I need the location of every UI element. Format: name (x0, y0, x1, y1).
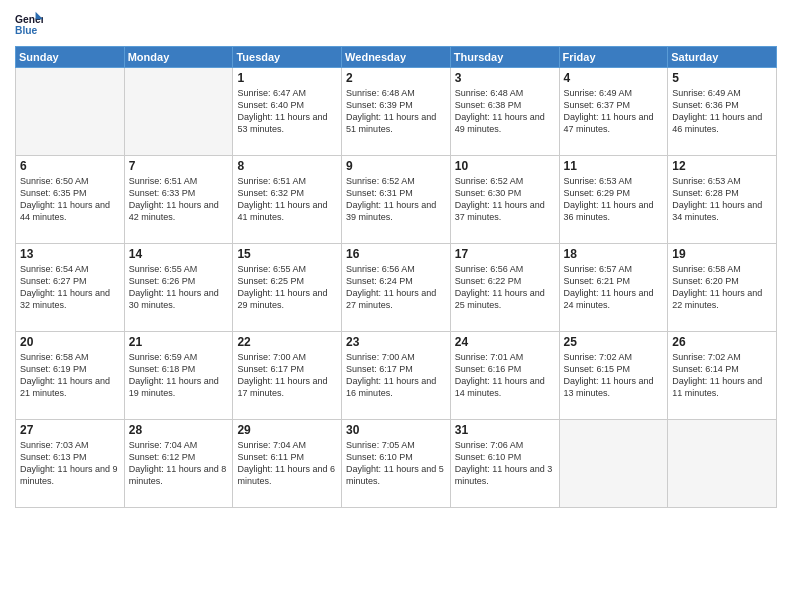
calendar-cell: 27Sunrise: 7:03 AMSunset: 6:13 PMDayligh… (16, 420, 125, 508)
day-number: 14 (129, 247, 229, 261)
cell-info: Sunrise: 7:01 AMSunset: 6:16 PMDaylight:… (455, 351, 555, 400)
calendar-cell: 15Sunrise: 6:55 AMSunset: 6:25 PMDayligh… (233, 244, 342, 332)
calendar-cell: 3Sunrise: 6:48 AMSunset: 6:38 PMDaylight… (450, 68, 559, 156)
day-number: 11 (564, 159, 664, 173)
cell-info: Sunrise: 6:49 AMSunset: 6:36 PMDaylight:… (672, 87, 772, 136)
day-number: 10 (455, 159, 555, 173)
calendar-cell: 8Sunrise: 6:51 AMSunset: 6:32 PMDaylight… (233, 156, 342, 244)
calendar-cell: 28Sunrise: 7:04 AMSunset: 6:12 PMDayligh… (124, 420, 233, 508)
calendar-cell: 23Sunrise: 7:00 AMSunset: 6:17 PMDayligh… (342, 332, 451, 420)
logo-icon: General Blue (15, 10, 43, 38)
day-number: 30 (346, 423, 446, 437)
day-number: 28 (129, 423, 229, 437)
cell-info: Sunrise: 7:04 AMSunset: 6:11 PMDaylight:… (237, 439, 337, 488)
calendar-cell (668, 420, 777, 508)
cell-info: Sunrise: 6:53 AMSunset: 6:29 PMDaylight:… (564, 175, 664, 224)
cell-info: Sunrise: 6:55 AMSunset: 6:26 PMDaylight:… (129, 263, 229, 312)
calendar-cell: 13Sunrise: 6:54 AMSunset: 6:27 PMDayligh… (16, 244, 125, 332)
calendar-cell (559, 420, 668, 508)
calendar-cell: 10Sunrise: 6:52 AMSunset: 6:30 PMDayligh… (450, 156, 559, 244)
calendar-cell: 12Sunrise: 6:53 AMSunset: 6:28 PMDayligh… (668, 156, 777, 244)
cell-info: Sunrise: 6:52 AMSunset: 6:31 PMDaylight:… (346, 175, 446, 224)
cell-info: Sunrise: 6:57 AMSunset: 6:21 PMDaylight:… (564, 263, 664, 312)
calendar-cell: 26Sunrise: 7:02 AMSunset: 6:14 PMDayligh… (668, 332, 777, 420)
day-number: 5 (672, 71, 772, 85)
calendar-cell: 30Sunrise: 7:05 AMSunset: 6:10 PMDayligh… (342, 420, 451, 508)
cell-info: Sunrise: 6:58 AMSunset: 6:20 PMDaylight:… (672, 263, 772, 312)
day-number: 1 (237, 71, 337, 85)
cell-info: Sunrise: 7:02 AMSunset: 6:15 PMDaylight:… (564, 351, 664, 400)
cell-info: Sunrise: 6:55 AMSunset: 6:25 PMDaylight:… (237, 263, 337, 312)
day-header-wednesday: Wednesday (342, 47, 451, 68)
calendar-cell: 2Sunrise: 6:48 AMSunset: 6:39 PMDaylight… (342, 68, 451, 156)
day-number: 20 (20, 335, 120, 349)
cell-info: Sunrise: 6:56 AMSunset: 6:22 PMDaylight:… (455, 263, 555, 312)
cell-info: Sunrise: 6:47 AMSunset: 6:40 PMDaylight:… (237, 87, 337, 136)
cell-info: Sunrise: 7:02 AMSunset: 6:14 PMDaylight:… (672, 351, 772, 400)
calendar-cell: 18Sunrise: 6:57 AMSunset: 6:21 PMDayligh… (559, 244, 668, 332)
cell-info: Sunrise: 6:54 AMSunset: 6:27 PMDaylight:… (20, 263, 120, 312)
day-header-saturday: Saturday (668, 47, 777, 68)
day-number: 23 (346, 335, 446, 349)
calendar-cell: 5Sunrise: 6:49 AMSunset: 6:36 PMDaylight… (668, 68, 777, 156)
cell-info: Sunrise: 7:04 AMSunset: 6:12 PMDaylight:… (129, 439, 229, 488)
day-number: 3 (455, 71, 555, 85)
calendar-cell: 14Sunrise: 6:55 AMSunset: 6:26 PMDayligh… (124, 244, 233, 332)
calendar-cell: 24Sunrise: 7:01 AMSunset: 6:16 PMDayligh… (450, 332, 559, 420)
day-number: 7 (129, 159, 229, 173)
day-number: 2 (346, 71, 446, 85)
calendar-cell: 4Sunrise: 6:49 AMSunset: 6:37 PMDaylight… (559, 68, 668, 156)
day-number: 6 (20, 159, 120, 173)
calendar-cell: 1Sunrise: 6:47 AMSunset: 6:40 PMDaylight… (233, 68, 342, 156)
calendar-week-2: 6Sunrise: 6:50 AMSunset: 6:35 PMDaylight… (16, 156, 777, 244)
day-header-sunday: Sunday (16, 47, 125, 68)
day-header-tuesday: Tuesday (233, 47, 342, 68)
page-header: General Blue (15, 10, 777, 38)
day-number: 8 (237, 159, 337, 173)
calendar-cell: 29Sunrise: 7:04 AMSunset: 6:11 PMDayligh… (233, 420, 342, 508)
calendar-header-row: SundayMondayTuesdayWednesdayThursdayFrid… (16, 47, 777, 68)
day-number: 9 (346, 159, 446, 173)
cell-info: Sunrise: 6:59 AMSunset: 6:18 PMDaylight:… (129, 351, 229, 400)
day-header-friday: Friday (559, 47, 668, 68)
calendar-cell: 11Sunrise: 6:53 AMSunset: 6:29 PMDayligh… (559, 156, 668, 244)
cell-info: Sunrise: 6:50 AMSunset: 6:35 PMDaylight:… (20, 175, 120, 224)
calendar-cell (124, 68, 233, 156)
day-number: 4 (564, 71, 664, 85)
cell-info: Sunrise: 6:49 AMSunset: 6:37 PMDaylight:… (564, 87, 664, 136)
calendar-cell: 16Sunrise: 6:56 AMSunset: 6:24 PMDayligh… (342, 244, 451, 332)
cell-info: Sunrise: 6:48 AMSunset: 6:39 PMDaylight:… (346, 87, 446, 136)
calendar-week-3: 13Sunrise: 6:54 AMSunset: 6:27 PMDayligh… (16, 244, 777, 332)
calendar-week-4: 20Sunrise: 6:58 AMSunset: 6:19 PMDayligh… (16, 332, 777, 420)
calendar-cell: 25Sunrise: 7:02 AMSunset: 6:15 PMDayligh… (559, 332, 668, 420)
day-number: 27 (20, 423, 120, 437)
cell-info: Sunrise: 6:48 AMSunset: 6:38 PMDaylight:… (455, 87, 555, 136)
day-number: 31 (455, 423, 555, 437)
calendar-table: SundayMondayTuesdayWednesdayThursdayFrid… (15, 46, 777, 508)
day-number: 22 (237, 335, 337, 349)
day-number: 17 (455, 247, 555, 261)
day-header-monday: Monday (124, 47, 233, 68)
day-number: 29 (237, 423, 337, 437)
cell-info: Sunrise: 7:06 AMSunset: 6:10 PMDaylight:… (455, 439, 555, 488)
cell-info: Sunrise: 6:58 AMSunset: 6:19 PMDaylight:… (20, 351, 120, 400)
calendar-cell: 21Sunrise: 6:59 AMSunset: 6:18 PMDayligh… (124, 332, 233, 420)
day-number: 16 (346, 247, 446, 261)
cell-info: Sunrise: 7:00 AMSunset: 6:17 PMDaylight:… (346, 351, 446, 400)
svg-text:Blue: Blue (15, 25, 38, 36)
cell-info: Sunrise: 6:51 AMSunset: 6:33 PMDaylight:… (129, 175, 229, 224)
calendar-week-1: 1Sunrise: 6:47 AMSunset: 6:40 PMDaylight… (16, 68, 777, 156)
calendar-cell: 6Sunrise: 6:50 AMSunset: 6:35 PMDaylight… (16, 156, 125, 244)
calendar-cell (16, 68, 125, 156)
day-number: 24 (455, 335, 555, 349)
day-number: 13 (20, 247, 120, 261)
calendar-week-5: 27Sunrise: 7:03 AMSunset: 6:13 PMDayligh… (16, 420, 777, 508)
calendar-cell: 31Sunrise: 7:06 AMSunset: 6:10 PMDayligh… (450, 420, 559, 508)
calendar-cell: 19Sunrise: 6:58 AMSunset: 6:20 PMDayligh… (668, 244, 777, 332)
calendar-cell: 7Sunrise: 6:51 AMSunset: 6:33 PMDaylight… (124, 156, 233, 244)
day-number: 15 (237, 247, 337, 261)
day-number: 18 (564, 247, 664, 261)
day-number: 21 (129, 335, 229, 349)
cell-info: Sunrise: 6:53 AMSunset: 6:28 PMDaylight:… (672, 175, 772, 224)
day-number: 19 (672, 247, 772, 261)
